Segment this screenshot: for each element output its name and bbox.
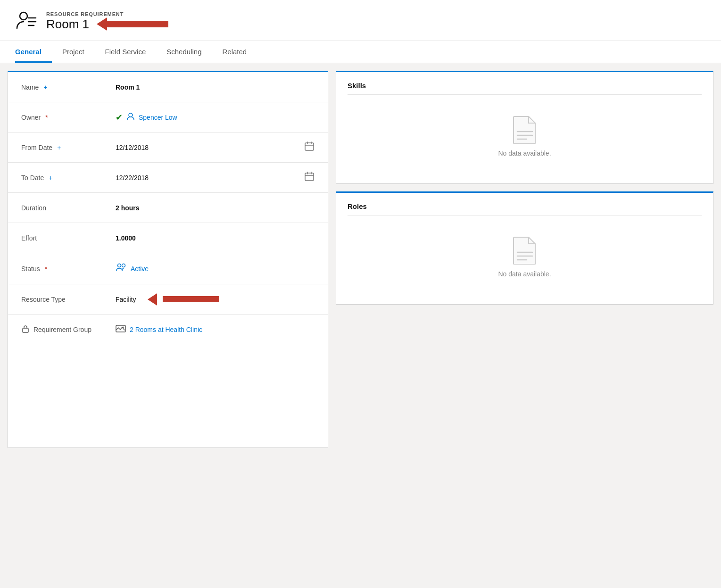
- roles-title: Roles: [348, 202, 702, 215]
- arrow-body-resource: [163, 296, 219, 302]
- right-panel: Skills No data available. Roles: [336, 71, 713, 305]
- label-effort: Effort: [21, 234, 116, 242]
- field-owner: Owner * ✔ Spencer Low: [8, 102, 328, 133]
- calendar-icon-from[interactable]: [304, 141, 315, 154]
- status-group-icon: [116, 262, 127, 275]
- label-from-date: From Date +: [21, 144, 116, 151]
- roles-empty-icon: [513, 236, 537, 265]
- value-resource-type[interactable]: Facility: [116, 293, 315, 306]
- req-group-image-icon: [116, 324, 126, 336]
- field-status: Status * Active: [8, 253, 328, 284]
- required-indicator-from-date: +: [57, 144, 61, 151]
- svg-point-14: [122, 264, 125, 267]
- page-header: RESOURCE REQUIREMENT Room 1: [0, 0, 721, 41]
- tab-general[interactable]: General: [15, 41, 52, 63]
- lock-icon: [21, 324, 30, 335]
- roles-no-data: No data available.: [348, 222, 702, 287]
- tab-scheduling[interactable]: Scheduling: [156, 41, 212, 63]
- svg-point-13: [118, 264, 121, 267]
- required-indicator-owner: *: [45, 114, 48, 121]
- main-content: Name + Room 1 Owner * ✔ Spencer Low: [0, 63, 721, 455]
- label-resource-type: Resource Type: [21, 296, 116, 303]
- field-effort: Effort 1.0000: [8, 223, 328, 253]
- required-indicator-name: +: [43, 83, 47, 91]
- required-indicator-status: *: [45, 265, 47, 273]
- arrow-head: [97, 17, 107, 31]
- tab-bar: General Project Field Service Scheduling…: [0, 41, 721, 63]
- calendar-icon-to[interactable]: [304, 171, 315, 184]
- resource-type-arrow-indicator: [148, 293, 219, 306]
- value-name[interactable]: Room 1: [116, 83, 315, 91]
- field-resource-type: Resource Type Facility: [8, 284, 328, 315]
- arrow-head-resource: [148, 293, 157, 306]
- field-to-date: To Date + 12/22/2018: [8, 163, 328, 193]
- field-from-date: From Date + 12/12/2018: [8, 133, 328, 163]
- field-requirement-group: Requirement Group 2 Rooms at Health Clin…: [8, 315, 328, 345]
- header-text-block: RESOURCE REQUIREMENT Room 1: [46, 11, 168, 32]
- field-duration: Duration 2 hours: [8, 193, 328, 223]
- roles-no-data-text: No data available.: [498, 270, 551, 278]
- tab-project[interactable]: Project: [52, 41, 95, 63]
- resource-requirement-icon: [15, 8, 38, 34]
- tab-related[interactable]: Related: [212, 41, 257, 63]
- skills-title: Skills: [348, 82, 702, 95]
- value-owner[interactable]: ✔ Spencer Low: [116, 112, 315, 123]
- required-indicator-to-date: +: [49, 174, 52, 182]
- svg-rect-15: [23, 328, 28, 332]
- skills-empty-icon: [513, 116, 537, 144]
- skills-no-data: No data available.: [348, 101, 702, 166]
- tab-field-service[interactable]: Field Service: [95, 41, 157, 63]
- arrow-body: [107, 21, 168, 27]
- label-owner: Owner *: [21, 114, 116, 121]
- label-to-date: To Date +: [21, 174, 116, 182]
- value-status[interactable]: Active: [116, 262, 315, 275]
- title-arrow-indicator: [97, 17, 168, 31]
- svg-rect-5: [305, 143, 314, 150]
- owner-check-icon: ✔: [116, 112, 123, 123]
- svg-point-0: [20, 12, 27, 20]
- svg-point-4: [129, 113, 133, 117]
- field-name: Name + Room 1: [8, 72, 328, 102]
- skills-section: Skills No data available.: [336, 71, 713, 184]
- svg-point-17: [123, 326, 124, 328]
- value-requirement-group[interactable]: 2 Rooms at Health Clinic: [116, 324, 315, 336]
- value-duration[interactable]: 2 hours: [116, 204, 315, 212]
- value-effort[interactable]: 1.0000: [116, 234, 315, 242]
- label-name: Name +: [21, 83, 116, 91]
- label-requirement-group: Requirement Group: [21, 324, 116, 335]
- roles-section: Roles No data available.: [336, 191, 713, 305]
- page-title: Room 1: [46, 17, 89, 32]
- label-duration: Duration: [21, 204, 116, 212]
- value-to-date[interactable]: 12/22/2018: [116, 171, 315, 184]
- owner-person-icon: [126, 112, 135, 123]
- value-from-date[interactable]: 12/12/2018: [116, 141, 315, 154]
- header-subtitle: RESOURCE REQUIREMENT: [46, 11, 168, 17]
- svg-rect-9: [305, 173, 314, 181]
- skills-no-data-text: No data available.: [498, 149, 551, 157]
- header-title-row: Room 1: [46, 17, 168, 32]
- form-panel: Name + Room 1 Owner * ✔ Spencer Low: [8, 71, 328, 448]
- label-status: Status *: [21, 265, 116, 273]
